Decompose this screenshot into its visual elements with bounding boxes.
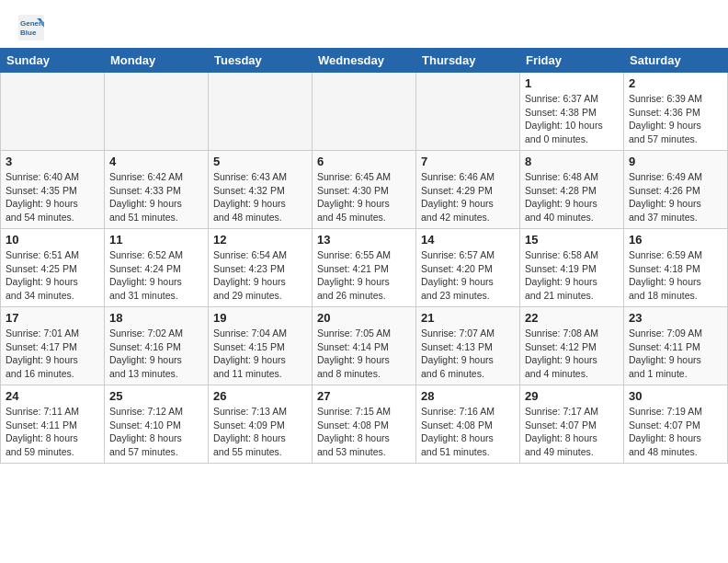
weekday-header: Friday	[520, 49, 624, 73]
calendar-week-row: 10Sunrise: 6:51 AMSunset: 4:25 PMDayligh…	[1, 229, 728, 307]
calendar-body: 1Sunrise: 6:37 AMSunset: 4:38 PMDaylight…	[1, 73, 728, 464]
day-number: 21	[421, 311, 515, 325]
calendar-header-row: SundayMondayTuesdayWednesdayThursdayFrid…	[1, 49, 728, 73]
calendar-week-row: 3Sunrise: 6:40 AMSunset: 4:35 PMDaylight…	[1, 151, 728, 229]
svg-text:Blue: Blue	[20, 29, 37, 37]
day-info: Sunrise: 6:48 AMSunset: 4:28 PMDaylight:…	[525, 170, 619, 224]
calendar-cell: 12Sunrise: 6:54 AMSunset: 4:23 PMDayligh…	[209, 229, 313, 307]
day-number: 16	[629, 233, 722, 247]
day-number: 24	[6, 389, 99, 403]
day-info: Sunrise: 6:49 AMSunset: 4:26 PMDaylight:…	[629, 170, 722, 224]
day-number: 13	[317, 233, 411, 247]
calendar-cell: 29Sunrise: 7:17 AMSunset: 4:07 PMDayligh…	[520, 385, 624, 464]
calendar-cell: 1Sunrise: 6:37 AMSunset: 4:38 PMDaylight…	[520, 73, 624, 151]
day-number: 1	[525, 76, 619, 90]
day-number: 20	[317, 311, 411, 325]
weekday-header: Monday	[105, 49, 209, 73]
day-info: Sunrise: 6:40 AMSunset: 4:35 PMDaylight:…	[6, 170, 99, 224]
weekday-header: Saturday	[624, 49, 728, 73]
calendar-cell	[1, 73, 105, 151]
header: General Blue	[0, 0, 728, 48]
day-number: 12	[213, 233, 307, 247]
day-info: Sunrise: 6:58 AMSunset: 4:19 PMDaylight:…	[525, 248, 619, 303]
day-info: Sunrise: 7:05 AMSunset: 4:14 PMDaylight:…	[317, 327, 411, 381]
day-info: Sunrise: 7:01 AMSunset: 4:17 PMDaylight:…	[6, 327, 99, 381]
day-number: 3	[6, 155, 99, 168]
day-info: Sunrise: 6:45 AMSunset: 4:30 PMDaylight:…	[317, 170, 411, 224]
calendar-cell: 25Sunrise: 7:12 AMSunset: 4:10 PMDayligh…	[105, 385, 209, 464]
calendar-cell	[313, 73, 416, 151]
calendar-cell: 11Sunrise: 6:52 AMSunset: 4:24 PMDayligh…	[105, 229, 209, 307]
day-number: 15	[525, 233, 619, 247]
calendar-cell: 16Sunrise: 6:59 AMSunset: 4:18 PMDayligh…	[624, 229, 728, 307]
calendar-table: SundayMondayTuesdayWednesdayThursdayFrid…	[0, 48, 728, 464]
day-info: Sunrise: 7:15 AMSunset: 4:08 PMDaylight:…	[317, 405, 411, 459]
day-info: Sunrise: 7:19 AMSunset: 4:07 PMDaylight:…	[629, 405, 722, 459]
calendar-week-row: 1Sunrise: 6:37 AMSunset: 4:38 PMDaylight…	[1, 73, 728, 151]
day-number: 10	[6, 233, 99, 247]
day-info: Sunrise: 7:07 AMSunset: 4:13 PMDaylight:…	[421, 327, 515, 381]
calendar-cell	[209, 73, 313, 151]
day-info: Sunrise: 6:59 AMSunset: 4:18 PMDaylight:…	[629, 248, 722, 303]
weekday-header: Tuesday	[209, 49, 313, 73]
calendar-cell: 15Sunrise: 6:58 AMSunset: 4:19 PMDayligh…	[520, 229, 624, 307]
calendar-cell: 22Sunrise: 7:08 AMSunset: 4:12 PMDayligh…	[520, 307, 624, 385]
calendar-week-row: 17Sunrise: 7:01 AMSunset: 4:17 PMDayligh…	[1, 307, 728, 385]
calendar-cell	[416, 73, 520, 151]
day-info: Sunrise: 7:17 AMSunset: 4:07 PMDaylight:…	[525, 405, 619, 459]
day-number: 26	[213, 389, 307, 403]
calendar-cell: 19Sunrise: 7:04 AMSunset: 4:15 PMDayligh…	[209, 307, 313, 385]
day-info: Sunrise: 7:13 AMSunset: 4:09 PMDaylight:…	[213, 405, 307, 459]
calendar-cell: 9Sunrise: 6:49 AMSunset: 4:26 PMDaylight…	[624, 151, 728, 229]
day-number: 14	[421, 233, 515, 247]
day-number: 28	[421, 389, 515, 403]
day-number: 29	[525, 389, 619, 403]
day-info: Sunrise: 6:51 AMSunset: 4:25 PMDaylight:…	[6, 248, 99, 303]
page-container: General Blue SundayMondayTuesdayWednesda…	[0, 0, 728, 464]
day-info: Sunrise: 7:08 AMSunset: 4:12 PMDaylight:…	[525, 327, 619, 381]
weekday-header: Wednesday	[313, 49, 416, 73]
day-info: Sunrise: 7:02 AMSunset: 4:16 PMDaylight:…	[109, 327, 203, 381]
calendar-cell: 7Sunrise: 6:46 AMSunset: 4:29 PMDaylight…	[416, 151, 520, 229]
calendar-cell: 10Sunrise: 6:51 AMSunset: 4:25 PMDayligh…	[1, 229, 105, 307]
day-number: 7	[421, 155, 515, 168]
calendar-cell: 28Sunrise: 7:16 AMSunset: 4:08 PMDayligh…	[416, 385, 520, 464]
calendar-cell: 3Sunrise: 6:40 AMSunset: 4:35 PMDaylight…	[1, 151, 105, 229]
calendar-cell: 20Sunrise: 7:05 AMSunset: 4:14 PMDayligh…	[313, 307, 416, 385]
day-info: Sunrise: 6:55 AMSunset: 4:21 PMDaylight:…	[317, 248, 411, 303]
calendar-cell: 30Sunrise: 7:19 AMSunset: 4:07 PMDayligh…	[624, 385, 728, 464]
calendar-cell	[105, 73, 209, 151]
day-number: 27	[317, 389, 411, 403]
day-info: Sunrise: 7:12 AMSunset: 4:10 PMDaylight:…	[109, 405, 203, 459]
day-number: 25	[109, 389, 203, 403]
day-info: Sunrise: 6:54 AMSunset: 4:23 PMDaylight:…	[213, 248, 307, 303]
calendar-cell: 26Sunrise: 7:13 AMSunset: 4:09 PMDayligh…	[209, 385, 313, 464]
logo: General Blue	[18, 15, 48, 40]
day-number: 17	[6, 311, 99, 325]
day-info: Sunrise: 6:46 AMSunset: 4:29 PMDaylight:…	[421, 170, 515, 224]
day-number: 22	[525, 311, 619, 325]
logo-icon: General Blue	[18, 15, 44, 40]
day-number: 11	[109, 233, 203, 247]
day-number: 8	[525, 155, 619, 168]
day-info: Sunrise: 6:57 AMSunset: 4:20 PMDaylight:…	[421, 248, 515, 303]
weekday-header: Thursday	[416, 49, 520, 73]
day-info: Sunrise: 7:04 AMSunset: 4:15 PMDaylight:…	[213, 327, 307, 381]
calendar-cell: 8Sunrise: 6:48 AMSunset: 4:28 PMDaylight…	[520, 151, 624, 229]
calendar-cell: 14Sunrise: 6:57 AMSunset: 4:20 PMDayligh…	[416, 229, 520, 307]
calendar-cell: 18Sunrise: 7:02 AMSunset: 4:16 PMDayligh…	[105, 307, 209, 385]
calendar-cell: 13Sunrise: 6:55 AMSunset: 4:21 PMDayligh…	[313, 229, 416, 307]
calendar-cell: 6Sunrise: 6:45 AMSunset: 4:30 PMDaylight…	[313, 151, 416, 229]
calendar-cell: 23Sunrise: 7:09 AMSunset: 4:11 PMDayligh…	[624, 307, 728, 385]
day-info: Sunrise: 6:37 AMSunset: 4:38 PMDaylight:…	[525, 92, 619, 146]
calendar-cell: 24Sunrise: 7:11 AMSunset: 4:11 PMDayligh…	[1, 385, 105, 464]
day-number: 4	[109, 155, 203, 168]
calendar-cell: 27Sunrise: 7:15 AMSunset: 4:08 PMDayligh…	[313, 385, 416, 464]
calendar-cell: 2Sunrise: 6:39 AMSunset: 4:36 PMDaylight…	[624, 73, 728, 151]
day-number: 6	[317, 155, 411, 168]
calendar-cell: 17Sunrise: 7:01 AMSunset: 4:17 PMDayligh…	[1, 307, 105, 385]
day-number: 2	[629, 76, 722, 90]
day-number: 5	[213, 155, 307, 168]
day-info: Sunrise: 7:11 AMSunset: 4:11 PMDaylight:…	[6, 405, 99, 459]
calendar-week-row: 24Sunrise: 7:11 AMSunset: 4:11 PMDayligh…	[1, 385, 728, 464]
